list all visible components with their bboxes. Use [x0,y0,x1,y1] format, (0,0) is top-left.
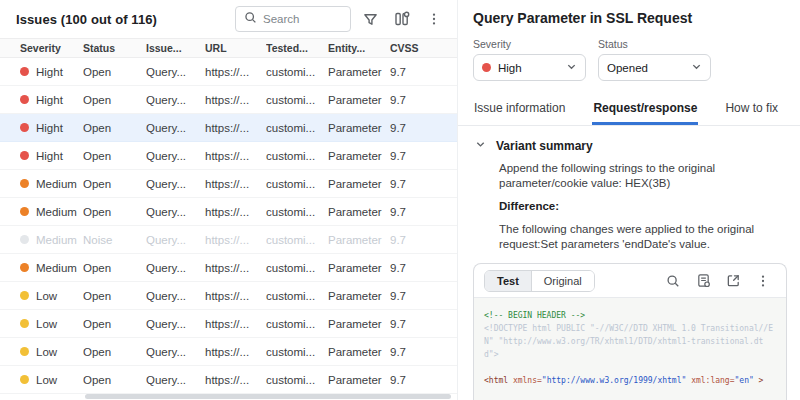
cell-entity: Parameter [328,206,390,218]
column-header[interactable]: CVSS [390,42,457,54]
original-toggle-button[interactable]: Original [531,271,594,291]
table-row[interactable]: LowOpenQuery...https://...customi...Para… [0,366,457,394]
cell-tested: customi... [266,318,328,330]
cell-entity: Parameter [328,234,390,246]
cell-cvss: 9.7 [390,178,457,190]
horizontal-scrollbar[interactable] [85,394,451,399]
cell-status: Open [83,206,146,218]
cell-cvss: 9.7 [390,94,457,106]
more-icon [427,12,441,26]
test-toggle-button[interactable]: Test [485,271,531,291]
issues-header: Issues (100 out of 116) [0,0,457,38]
cell-issue: Query... [146,318,205,330]
table-row[interactable]: HightOpenQuery...https://...customi...Pa… [0,58,457,86]
column-settings-icon [394,11,410,27]
cell-cvss: 9.7 [390,66,457,78]
severity-dot-icon [20,207,29,216]
cell-tested: customi... [266,290,328,302]
cell-severity: Low [20,318,83,330]
table-row[interactable]: HightOpenQuery...https://...customi...Pa… [0,114,457,142]
table-row[interactable]: MediumOpenQuery...https://...customi...P… [0,170,457,198]
column-header[interactable]: Entity... [328,42,390,54]
cell-cvss: 9.7 [390,290,457,302]
code-line: <!DOCTYPE html PUBLIC "-//W3C//DTD XHTML… [484,322,776,361]
issues-table-header: SeverityStatusIssue...URLTested...Entity… [0,38,457,58]
severity-field: Severity High [473,38,586,81]
table-row[interactable]: LowOpenQuery...https://...customi...Para… [0,310,457,338]
cell-status: Open [83,262,146,274]
cell-tested: customi... [266,206,328,218]
severity-dot-icon [20,179,29,188]
more-icon [756,274,770,288]
code-search-button[interactable] [660,268,686,294]
test-original-toggle: TestOriginal [484,270,595,292]
variant-summary-toggle[interactable]: Variant summary [475,139,787,153]
code-toolbar-icons [660,268,776,294]
chevron-down-icon [691,61,702,74]
table-row[interactable]: MediumOpenQuery...https://...customi...P… [0,198,457,226]
cell-status: Open [83,94,146,106]
table-row[interactable]: HightOpenQuery...https://...customi...Pa… [0,86,457,114]
code-line [484,361,776,374]
report-settings-button[interactable] [690,268,716,294]
cell-status: Open [83,122,146,134]
cell-tested: customi... [266,66,328,78]
cell-cvss: 9.7 [390,318,457,330]
cell-status: Noise [83,234,146,246]
cell-cvss: 9.7 [390,262,457,274]
column-header[interactable]: Tested... [266,42,328,54]
code-line: <!-- BEGIN HEADER --> [484,309,776,322]
code-menu-button[interactable] [750,268,776,294]
page-title: Issues (100 out of 116) [16,12,157,27]
severity-dot-icon [20,375,29,384]
cell-status: Open [83,290,146,302]
detail-tabs: Issue informationRequest/responseHow to … [458,95,800,126]
filter-icon [363,12,378,27]
table-row[interactable]: LowOpenQuery...https://...customi...Para… [0,282,457,310]
status-label: Status [598,38,711,50]
column-header[interactable]: URL [205,42,266,54]
cell-issue: Query... [146,206,205,218]
tab-how-to-fix[interactable]: How to fix [724,95,779,125]
issues-table-body: HightOpenQuery...https://...customi...Pa… [0,58,457,400]
cell-status: Open [83,346,146,358]
cell-tested: customi... [266,178,328,190]
cell-entity: Parameter [328,122,390,134]
open-in-new-window-button[interactable] [720,268,746,294]
column-header[interactable]: Severity [20,42,83,54]
search-input[interactable] [263,13,342,25]
cell-tested: customi... [266,150,328,162]
cell-severity: Medium [20,178,83,190]
cell-status: Open [83,374,146,386]
table-row[interactable]: LowOpenQuery...https://...customi...Para… [0,338,457,366]
report-settings-icon [696,273,711,288]
status-select[interactable]: Opened [598,54,711,81]
tab-request-response[interactable]: Request/response [592,95,698,125]
cell-issue: Query... [146,374,205,386]
cell-cvss: 9.7 [390,122,457,134]
search-box[interactable] [235,6,351,32]
column-header[interactable]: Status [83,42,146,54]
status-value: Opened [607,62,648,74]
table-row[interactable]: MediumNoiseQuery...https://...customi...… [0,226,457,254]
tab-issue-information[interactable]: Issue information [473,95,566,125]
cell-cvss: 9.7 [390,374,457,386]
code-area[interactable]: <!-- BEGIN HEADER --><!DOCTYPE html PUBL… [474,298,786,400]
severity-select[interactable]: High [473,54,586,81]
cell-url: https://... [205,318,266,330]
chevron-down-icon [475,139,486,153]
table-row[interactable]: HightOpenQuery...https://...customi...Pa… [0,142,457,170]
severity-dot-icon [20,67,29,76]
cell-url: https://... [205,346,266,358]
column-settings-button[interactable] [389,6,415,32]
filter-button[interactable] [357,6,383,32]
table-row[interactable]: MediumOpenQuery...https://...customi...P… [0,254,457,282]
cell-severity: Medium [20,262,83,274]
cell-status: Open [83,318,146,330]
column-header[interactable]: Issue... [146,42,205,54]
cell-tested: customi... [266,94,328,106]
cell-url: https://... [205,262,266,274]
cell-tested: customi... [266,122,328,134]
cell-status: Open [83,178,146,190]
issues-menu-button[interactable] [421,6,447,32]
